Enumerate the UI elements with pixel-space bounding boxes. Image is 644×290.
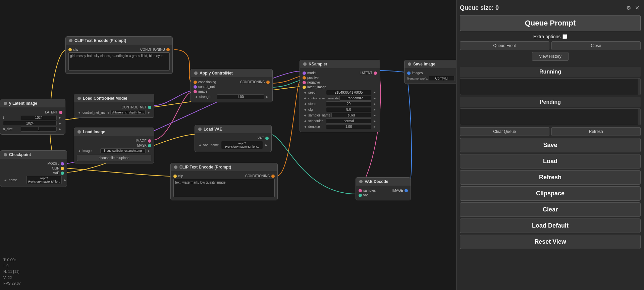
vae-out-label: VAE [258, 136, 264, 140]
latent-height-right-arrow[interactable]: ► [58, 122, 62, 125]
refresh-queue-btn[interactable]: Refresh [551, 127, 641, 136]
stats-panel: T: 0.00s I: 0 N: 11 [11] V: 22 FPS:29.67 [3, 257, 21, 287]
clip-label-bottom: clip [178, 174, 183, 178]
scheduler-left-arrow[interactable]: ◄ [303, 119, 307, 123]
latent-out-label: LATENT [45, 110, 58, 114]
control-right-arrow[interactable]: ► [372, 96, 377, 100]
clip-text-top-textarea[interactable]: girl, messy hair, sky clouds, standing i… [68, 52, 170, 70]
image-in-port [194, 90, 197, 93]
checkpoint-model-label: MODEL [47, 162, 59, 165]
strength-left-arrow[interactable]: ◄ [194, 95, 198, 99]
checkpoint-dot [4, 153, 7, 156]
clip-label-top: clip [73, 48, 78, 51]
load-vae-node: Load VAE VAE ◄ vae_name repo?Revision=ma… [195, 125, 272, 152]
clip-text-bottom-textarea[interactable]: text, watermark, low quality image [173, 179, 275, 197]
control-left-arrow[interactable]: ◄ [303, 96, 307, 100]
cfg-value: 8.0 [326, 107, 371, 112]
denoise-left-arrow[interactable]: ◄ [303, 125, 307, 129]
controlnet-out-port [148, 106, 151, 109]
queue-prompt-btn[interactable]: Queue Prompt [460, 15, 641, 31]
queue-front-btn[interactable]: Queue Front [460, 41, 549, 50]
checkpoint-name-right-arrow[interactable]: ► [63, 178, 67, 182]
running-scrollbar[interactable] [638, 79, 640, 95]
steps-value: 20 [326, 101, 371, 106]
ksampler-latent-label: LATENT [360, 71, 372, 75]
ksampler-title: KSampler [309, 62, 327, 66]
running-section [460, 78, 641, 95]
stat-fps: FPS:29.67 [3, 281, 21, 287]
pending-scrollbar[interactable] [638, 109, 640, 125]
image-in-label: image [198, 90, 207, 93]
clip-text-encode-bottom-dot [174, 165, 177, 169]
save-image-node: Save Image images filename_prefix ComfyU… [404, 60, 456, 84]
sampler-left-arrow[interactable]: ◄ [303, 113, 307, 117]
ksampler-node: KSampler model LATENT positive [300, 60, 380, 132]
sampler-right-arrow[interactable]: ► [372, 113, 377, 117]
vae-name-right-arrow[interactable]: ► [264, 143, 269, 147]
steps-left-arrow[interactable]: ◄ [303, 102, 307, 106]
conditioning-in-port [194, 81, 197, 84]
cfg-right-arrow[interactable]: ► [372, 108, 377, 111]
load-default-btn[interactable]: Load Default [460, 219, 641, 233]
clear-queue-btn[interactable]: Clear Queue [460, 127, 549, 136]
steps-right-arrow[interactable]: ► [372, 102, 377, 106]
ksampler-negative-in [303, 81, 306, 84]
controlnet-name-value: diffusers_xl_depth_ful... [110, 110, 146, 115]
save-image-title: Save Image [413, 62, 435, 66]
controlnet-name-right-arrow[interactable]: ► [147, 111, 151, 114]
mask-out-label: MASK [137, 144, 147, 147]
choose-upload-btn[interactable]: choose file to upload [77, 155, 151, 161]
control-value: randomize [339, 96, 371, 101]
pending-label: Pending [460, 97, 641, 107]
controlnet-name-left-arrow[interactable]: ◄ [77, 111, 82, 114]
checkpoint-vae-out [61, 172, 64, 175]
conditioning-in-label: conditioning [198, 80, 216, 84]
clip-text-encode-top-node: CLIP Text Encode (Prompt) clip CONDITION… [65, 36, 173, 74]
image-name-left-arrow[interactable]: ◄ [77, 149, 82, 153]
save-btn[interactable]: Save [460, 138, 641, 152]
close-icon-btn[interactable]: ✕ [634, 3, 641, 12]
denoise-right-arrow[interactable]: ► [372, 125, 377, 129]
close-btn[interactable]: Close [551, 41, 641, 50]
strength-value: 1.00 [217, 94, 264, 99]
ksampler-model-in [303, 71, 306, 75]
sampler-value: euler [331, 113, 371, 118]
extra-options-checkbox[interactable] [562, 34, 567, 39]
denoise-label: denoise [308, 125, 325, 129]
checkpoint-title: Checkpoint [9, 152, 31, 157]
control-net-in-port [194, 85, 197, 89]
clear-btn[interactable]: Clear [460, 202, 641, 217]
ksampler-latent-in [303, 86, 306, 89]
load-btn[interactable]: Load [460, 154, 641, 168]
view-history-btn[interactable]: View History [532, 52, 568, 61]
strength-right-arrow[interactable]: ► [265, 95, 270, 99]
clear-refresh-row: Clear Queue Refresh [460, 127, 641, 136]
canvas-area[interactable]: CLIP Text Encode (Prompt) clip CONDITION… [0, 0, 456, 290]
seed-left-arrow[interactable]: ◄ [303, 91, 307, 94]
vae-name-left-arrow[interactable]: ◄ [198, 143, 202, 147]
clipspace-btn[interactable]: Clipspace [460, 186, 641, 201]
gear-icon-btn[interactable]: ⚙ [625, 3, 632, 12]
sampler-label: sampler_name [308, 113, 330, 117]
stat-v: V: 22 [3, 275, 21, 281]
reset-view-btn[interactable]: Reset View [460, 235, 641, 249]
ksampler-dot [303, 62, 307, 66]
vae-name-label: vae_name [203, 143, 220, 147]
checkpoint-node: Checkpoint MODEL CLIP VAE [0, 150, 67, 187]
refresh-btn[interactable]: Refresh [460, 170, 641, 185]
cfg-left-arrow[interactable]: ◄ [303, 108, 307, 111]
clip-in-port-bottom [173, 175, 177, 178]
scheduler-right-arrow[interactable]: ► [372, 119, 377, 123]
batch-size-right-arrow[interactable]: ► [58, 127, 62, 131]
latent-out-port [59, 111, 62, 114]
latent-width-right-arrow[interactable]: ► [58, 116, 62, 119]
image-out-label: IMAGE [136, 139, 147, 143]
vae-in-label: vae [363, 193, 369, 197]
latent-height-value: 1024 [3, 121, 57, 126]
controlnet-name-label: control_net_name [83, 111, 109, 114]
vae-decode-dot [359, 180, 363, 183]
seed-right-arrow[interactable]: ► [372, 91, 377, 94]
image-name-right-arrow[interactable]: ► [147, 149, 151, 153]
seed-label: seed [308, 91, 325, 94]
checkpoint-name-left-arrow[interactable]: ◄ [3, 178, 8, 182]
